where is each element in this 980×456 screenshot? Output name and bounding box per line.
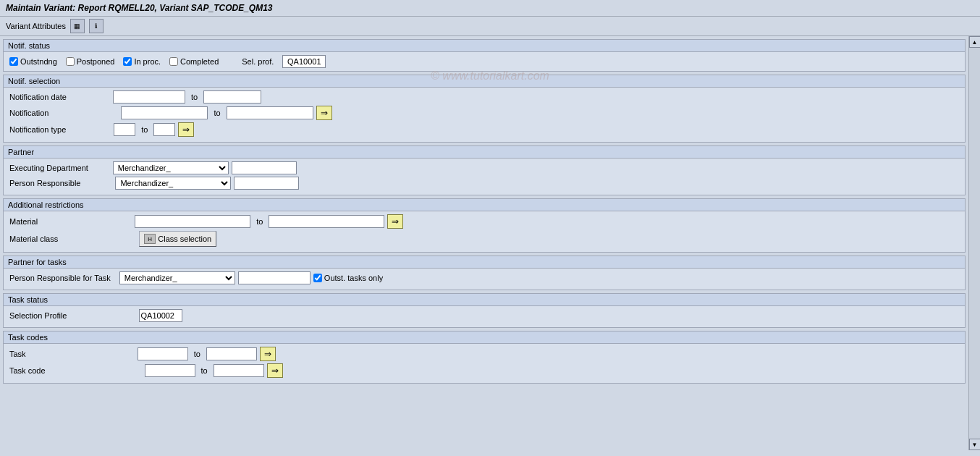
selection-profile-label: Selection Profile <box>9 311 67 320</box>
notification-row: Notification to ⇒ <box>9 106 959 120</box>
material-class-row: Material class H Class selection <box>9 231 959 247</box>
completed-checkbox-group: Completed <box>169 57 219 66</box>
notification-nav-btn[interactable]: ⇒ <box>316 106 332 120</box>
task-codes-section: Task codes Task to ⇒ Task code to ⇒ <box>3 331 966 384</box>
notif-type-nav-btn[interactable]: ⇒ <box>178 122 194 137</box>
info-icon[interactable]: ℹ <box>89 19 104 33</box>
partner-header: Partner <box>4 146 965 159</box>
person-resp-field[interactable] <box>234 177 299 190</box>
material-nav-btn[interactable]: ⇒ <box>387 214 403 229</box>
notif-date-row: Notification date to <box>9 90 959 104</box>
person-resp-row: Person Responsible Merchandizer_ <box>9 177 959 190</box>
person-resp-task-dropdown[interactable]: Merchandizer_ <box>119 271 235 284</box>
class-selection-label: Class selection <box>158 235 211 243</box>
notif-date-label: Notification date <box>9 93 67 101</box>
toolbar: Variant Attributes ▦ ℹ <box>0 17 980 36</box>
exec-dept-row: Executing Department Merchandizer_ <box>9 161 959 174</box>
in-proc-checkbox-group: In proc. <box>123 57 161 66</box>
partner-section: Partner Executing Department Merchandize… <box>3 145 966 195</box>
person-resp-task-field[interactable] <box>238 271 311 284</box>
task-label: Task <box>9 350 26 358</box>
title-bar: Maintain Variant: Report RQMELL20, Varia… <box>0 0 980 17</box>
notif-date-to[interactable] <box>203 90 261 104</box>
task-code-row: Task code to ⇒ <box>9 363 959 378</box>
task-nav-btn[interactable]: ⇒ <box>260 347 276 361</box>
task-code-to-label: to <box>201 366 208 375</box>
exec-dept-label: Executing Department <box>9 164 88 172</box>
notif-date-from[interactable] <box>113 90 185 104</box>
material-row: Material to ⇒ <box>9 214 959 229</box>
person-resp-dropdown[interactable]: Merchandizer_ <box>115 177 231 190</box>
notif-type-label: Notification type <box>9 125 66 134</box>
outst-tasks-label: Outst. tasks only <box>324 274 383 282</box>
exec-dept-dropdown[interactable]: Merchandizer_ <box>113 161 229 174</box>
completed-checkbox[interactable] <box>169 57 178 66</box>
material-to[interactable] <box>269 215 384 228</box>
notif-status-header: Notif. status <box>4 40 965 52</box>
selection-profile-row: Selection Profile <box>9 309 959 322</box>
partner-for-tasks-header: Partner for tasks <box>4 256 965 269</box>
exec-dept-field[interactable] <box>232 161 297 174</box>
scroll-down-btn[interactable]: ▼ <box>969 439 981 450</box>
additional-restrictions-section: Additional restrictions Material to ⇒ Ma… <box>3 198 966 253</box>
notification-from[interactable] <box>121 106 208 119</box>
notif-type-row: Notification type to ⇒ <box>9 122 959 137</box>
in-proc-label: In proc. <box>134 57 161 66</box>
variant-attributes-label: Variant Attributes <box>6 22 66 30</box>
outstndng-label: Outstndng <box>20 57 57 66</box>
postponed-checkbox-group: Postponed <box>66 57 115 66</box>
notification-to[interactable] <box>227 106 313 119</box>
material-to-label: to <box>256 217 263 226</box>
task-status-section: Task status Selection Profile <box>3 293 966 328</box>
sel-prof-input[interactable] <box>282 55 326 68</box>
outstndng-checkbox[interactable] <box>9 57 18 66</box>
task-status-header: Task status <box>4 294 965 306</box>
notif-type-to-label: to <box>141 125 148 134</box>
scroll-up-btn[interactable]: ▲ <box>969 36 981 48</box>
outstndng-checkbox-group: Outstndng <box>9 57 57 66</box>
notif-type-to[interactable] <box>153 123 175 136</box>
class-selection-button[interactable]: H Class selection <box>139 231 216 247</box>
material-label: Material <box>9 217 38 226</box>
postponed-checkbox[interactable] <box>66 57 75 66</box>
task-row: Task to ⇒ <box>9 347 959 361</box>
title-text: Maintain Variant: Report RQMELL20, Varia… <box>6 3 273 13</box>
notif-selection-header: Notif. selection <box>4 75 965 88</box>
notification-to-label: to <box>214 109 220 117</box>
postponed-label: Postponed <box>77 57 115 66</box>
class-icon: H <box>144 234 156 244</box>
person-resp-task-label: Person Responsible for Task <box>9 274 111 282</box>
task-to-label: to <box>194 350 200 358</box>
outst-tasks-group: Outst. tasks only <box>313 274 383 282</box>
sel-prof-label: Sel. prof. <box>242 57 274 66</box>
task-code-label: Task code <box>9 366 46 375</box>
person-resp-task-row: Person Responsible for Task Merchandizer… <box>9 271 959 284</box>
grid-icon[interactable]: ▦ <box>70 19 85 33</box>
in-proc-checkbox[interactable] <box>123 57 132 66</box>
notif-selection-section: Notif. selection Notification date to No… <box>3 75 966 143</box>
right-scrollbar: ▲ ▼ <box>968 36 980 450</box>
partner-for-tasks-section: Partner for tasks Person Responsible for… <box>3 256 966 290</box>
outst-tasks-checkbox[interactable] <box>313 274 322 282</box>
task-code-nav-btn[interactable]: ⇒ <box>267 363 283 378</box>
task-code-from[interactable] <box>145 364 195 377</box>
notif-type-from[interactable] <box>114 123 135 136</box>
notif-date-to-label: to <box>191 93 198 101</box>
notif-status-section: Notif. status Outstndng Postponed In pro… <box>3 39 966 72</box>
selection-profile-input[interactable] <box>139 309 182 322</box>
task-to[interactable] <box>206 347 257 360</box>
task-from[interactable] <box>138 347 188 360</box>
completed-label: Completed <box>180 57 219 66</box>
material-from[interactable] <box>135 215 250 228</box>
additional-restrictions-header: Additional restrictions <box>4 199 965 211</box>
task-codes-header: Task codes <box>4 332 965 344</box>
task-code-to[interactable] <box>214 364 264 377</box>
notification-label: Notification <box>9 109 48 117</box>
notif-status-row: Outstndng Postponed In proc. Completed <box>9 55 959 68</box>
material-class-label: Material class <box>9 235 58 243</box>
person-resp-label: Person Responsible <box>9 179 80 187</box>
